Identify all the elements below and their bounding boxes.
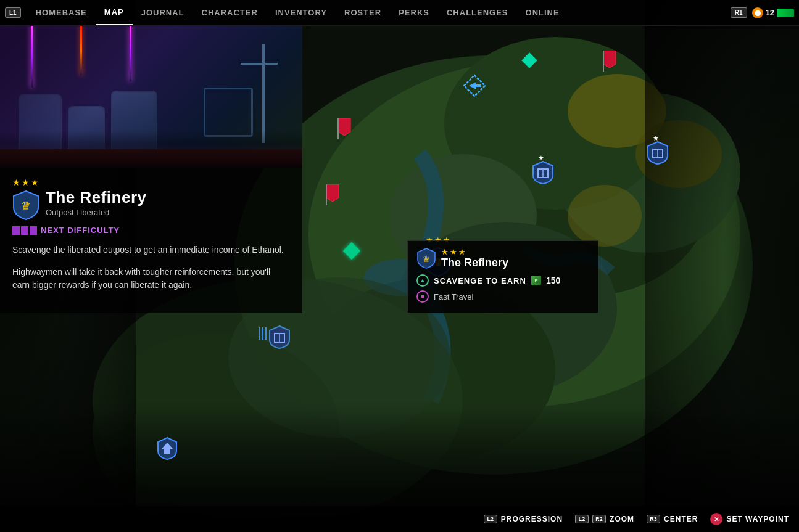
bottom-action-waypoint[interactable]: ✕ SET WAYPOINT [710,513,789,525]
lightning-3 [130,26,131,81]
difficulty-label: Next difficulty [41,226,120,235]
tooltip-shield-icon: ♛ [416,247,436,269]
player-waypoint-marker [463,74,486,100]
lightning-2 [80,26,82,75]
location-header: ♛ The Refinery Outpost Liberated [12,189,290,221]
diff-bars [12,226,37,235]
tooltip-action-scavenge[interactable]: ▲ SCAVENGE TO EARN E 150 [416,274,589,287]
waypoint-label: SET WAYPOINT [726,515,789,523]
nav-homebase[interactable]: HOMEBASE [27,0,96,25]
triangle-button-icon: ▲ [416,274,429,287]
structure-crossbar [241,63,278,65]
diff-bar-2 [21,226,28,235]
left-panel: ★ ★ ★ ♛ The Refinery Outpost Liberated [0,26,302,506]
svg-marker-27 [326,184,339,202]
l2-button-1: L2 [484,515,497,523]
marker-diamond-1[interactable] [524,55,535,66]
ethanol-icon: E [531,276,541,285]
location-title: The Refinery [46,189,147,207]
tooltip-location-name: The Refinery [441,256,508,269]
tooltip-star-3: ★ [458,247,466,256]
info-panel: ★ ★ ★ ♛ The Refinery Outpost Liberated [0,168,302,313]
x-button-icon: ✕ [710,513,722,525]
outpost-image [0,26,302,168]
tooltip-title-row: ♛ ★ ★ ★ The Refinery [416,247,589,269]
stars-row: ★ ★ ★ [12,178,290,187]
marker-flag-enemy-1[interactable] [601,51,618,74]
nav-challenges[interactable]: CHALLENGES [438,0,517,25]
square-button-icon: ■ [416,290,429,303]
bottom-action-zoom[interactable]: L2 R2 ZOOM [575,515,634,523]
bottom-action-progression[interactable]: L2 PROGRESSION [484,515,563,523]
bottom-action-center[interactable]: R3 CENTER [647,515,698,523]
bottom-bar: L2 PROGRESSION L2 R2 ZOOM R3 CENTER ✕ SE… [0,506,799,532]
location-subtitle: Outpost Liberated [46,208,147,217]
tooltip-action-fast-travel[interactable]: ■ Fast Travel [416,290,589,303]
map-tooltip: ♛ ★ ★ ★ The Refinery ▲ SCAVENGE TO EARN … [407,240,598,313]
l1-button[interactable]: L1 [5,7,21,18]
svg-text:♛: ♛ [423,254,431,264]
star-3: ★ [31,178,39,187]
svg-marker-25 [338,118,350,136]
navbar: L1 HOMEBASE MAP JOURNAL CHARACTER INVENT… [0,0,799,26]
r2-button: R2 [592,515,606,523]
diff-bar-3 [30,226,37,235]
nav-journal[interactable]: JOURNAL [133,0,193,25]
tooltip-star-2: ★ [450,247,457,256]
marker-diamond-2[interactable] [346,245,358,257]
nav-online[interactable]: ONLINE [517,0,568,25]
nav-character[interactable]: CHARACTER [193,0,267,25]
center-label: CENTER [664,515,698,523]
structure-pole [262,44,265,143]
coin-icon: ⬤ [752,7,763,18]
shield-badge: ♛ [12,190,39,221]
svg-marker-24 [469,82,481,89]
description-2: Highwaymen will take it back with toughe… [12,266,290,292]
r3-button: R3 [647,515,660,523]
svg-marker-21 [603,51,616,68]
ammo-bar [777,9,794,17]
star-2: ★ [22,178,30,187]
tooltip-star-1: ★ [441,247,449,256]
r1-button[interactable]: R1 [731,7,747,18]
currency-display: ⬤ 12 [752,7,794,18]
lightning-1 [31,26,33,88]
progression-label: PROGRESSION [501,515,563,523]
marker-friendly-outpost-2[interactable]: ★ [647,141,669,168]
tooltip-stars: ★ ★ ★ [441,247,508,256]
nav-map[interactable]: MAP [96,0,133,25]
scavenge-action-value: 150 [546,276,560,285]
marker-friendly-outpost-1[interactable]: ★ [532,160,554,187]
star-1: ★ [12,178,20,187]
zoom-label: ZOOM [610,515,634,523]
svg-text:♛: ♛ [21,200,31,212]
difficulty-row: Next difficulty [12,226,290,235]
marker-flag-enemy-2[interactable] [336,118,353,142]
l2-button-2: L2 [575,515,589,523]
marker-flag-enemy-3[interactable] [324,184,341,208]
nav-inventory[interactable]: INVENTORY [267,0,336,25]
fast-travel-text: Fast Travel [434,292,473,301]
nav-roster[interactable]: ROSTER [336,0,390,25]
diff-bar-1 [12,226,20,235]
scavenge-action-text: SCAVENGE TO EARN [434,276,526,285]
description-1: Scavenge the liberated outpost to get an… [12,243,290,257]
structure-box [204,88,253,137]
svg-point-12 [568,185,642,247]
currency-amount: 12 [766,8,774,17]
panel-blend [0,131,302,168]
nav-perks[interactable]: PERKS [390,0,438,25]
